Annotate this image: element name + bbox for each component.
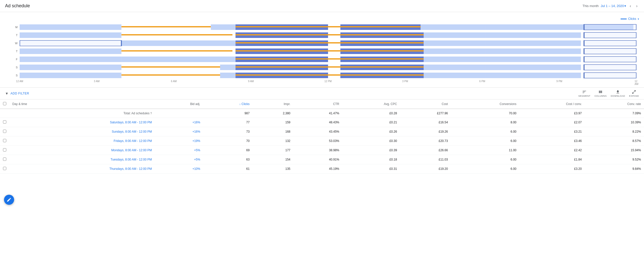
- row-impr: 159: [253, 118, 293, 127]
- row-impr: 177: [253, 146, 293, 155]
- filter-bar: ▼ ADD FILTER SEGMENT COLUMNS DOWNLOAD EX…: [0, 87, 644, 99]
- row-impr: 132: [253, 136, 293, 146]
- download-button[interactable]: DOWNLOAD: [611, 90, 625, 97]
- row-checkbox-col[interactable]: [0, 146, 9, 155]
- row-bid-adj: +5%: [155, 155, 203, 164]
- legend-line-clicks: [621, 19, 627, 19]
- columns-button[interactable]: COLUMNS: [594, 90, 607, 97]
- svg-rect-45: [220, 57, 235, 62]
- expand-icon: [632, 90, 636, 94]
- row-avg-cpc: £0.39: [342, 146, 400, 155]
- row-bars[interactable]: [20, 32, 636, 38]
- row-checkbox-0[interactable]: [3, 120, 6, 124]
- expand-button[interactable]: EXPAND: [629, 90, 639, 97]
- svg-rect-69: [328, 74, 340, 76]
- svg-rect-61: [485, 65, 581, 70]
- chart-legend: Clicks ▾: [5, 17, 639, 21]
- row-conversions: 6.00: [451, 136, 519, 146]
- day-label: S: [13, 74, 18, 77]
- row-bars[interactable]: [20, 72, 636, 78]
- header-day-time: Day & time: [9, 99, 155, 109]
- add-filter-button[interactable]: ADD FILTER: [11, 92, 29, 95]
- header-avg-cpc: Avg. CPC: [342, 99, 400, 109]
- row-checkbox-2[interactable]: [3, 139, 6, 142]
- svg-rect-28: [424, 40, 485, 46]
- row-checkbox-col[interactable]: [0, 136, 9, 146]
- svg-rect-62: [235, 66, 328, 68]
- header-ctr: CTR: [293, 99, 342, 109]
- table-row: Saturdays, 8:00 AM - 12:00 PM +16% 77 15…: [0, 118, 644, 127]
- time-axis: 12 AM3 AM6 AM9 AM12 PM3 PM6 PM9 PM12 AM: [20, 80, 636, 85]
- row-day-time: Saturdays, 8:00 AM - 12:00 PM: [9, 118, 155, 127]
- row-cost: £19.26: [400, 127, 451, 136]
- day-label: T: [13, 34, 18, 37]
- header-bid-adj: Bid adj.: [155, 99, 203, 109]
- svg-rect-65: [20, 73, 122, 78]
- time-label-2: 6 AM: [171, 80, 177, 83]
- svg-rect-47: [328, 58, 340, 60]
- svg-rect-38: [424, 48, 485, 54]
- row-checkbox-1[interactable]: [3, 130, 6, 133]
- table-row: Mondays, 8:00 AM - 12:00 PM +5% 69 177 3…: [0, 146, 644, 155]
- svg-rect-55: [122, 66, 220, 68]
- svg-rect-53: [584, 57, 636, 62]
- row-checkbox-col[interactable]: [0, 155, 9, 164]
- svg-rect-0: [20, 24, 122, 30]
- row-checkbox-3[interactable]: [3, 148, 6, 151]
- row-clicks: 70: [203, 136, 253, 146]
- header-clicks[interactable]: ↓ Clicks: [203, 99, 253, 109]
- row-checkbox-col[interactable]: [0, 127, 9, 136]
- header-right: This month Jul 1 – 14, 2020 ▾ ‹ ›: [583, 3, 639, 9]
- time-axis-container: 12 AM3 AM6 AM9 AM12 PM3 PM6 PM9 PM12 AM: [20, 80, 636, 85]
- svg-rect-42: [584, 48, 636, 54]
- select-all-checkbox[interactable]: [3, 102, 6, 105]
- day-label: W: [13, 42, 18, 45]
- row-bid-adj: +19%: [155, 136, 203, 146]
- row-bars[interactable]: [20, 24, 636, 30]
- row-checkbox-4[interactable]: [3, 158, 6, 161]
- date-range-dropdown[interactable]: Jul 1 – 14, 2020 ▾: [601, 4, 626, 8]
- row-day-time: Tuesdays, 8:00 AM - 12:00 PM: [9, 155, 155, 164]
- svg-rect-22: [20, 40, 122, 46]
- schedule-row-svg: [20, 72, 636, 78]
- svg-rect-58: [328, 66, 340, 68]
- prev-date-button[interactable]: ‹: [628, 3, 632, 9]
- segment-button[interactable]: SEGMENT: [578, 90, 590, 97]
- row-checkbox-col[interactable]: [0, 164, 9, 174]
- row-bars[interactable]: [20, 64, 636, 70]
- row-cost-conv: £2.42: [519, 146, 585, 155]
- row-checkbox-5[interactable]: [3, 167, 6, 170]
- row-clicks: 77: [203, 118, 253, 127]
- svg-rect-67: [220, 73, 235, 78]
- svg-rect-51: [235, 58, 328, 60]
- header-checkbox-col: [0, 99, 9, 109]
- svg-rect-19: [235, 34, 328, 35]
- time-label-8: 12 AM: [635, 80, 638, 85]
- schedule-row-s6: S: [13, 72, 636, 79]
- row-conv-rate: 9.52%: [585, 155, 644, 164]
- row-bars[interactable]: [20, 56, 636, 62]
- schedule-row-m0: M: [13, 24, 636, 31]
- legend-clicks[interactable]: Clicks ▾: [621, 17, 639, 21]
- svg-rect-1: [122, 26, 211, 27]
- schedule-row-t3: T: [13, 48, 636, 55]
- schedule-row-f4: F: [13, 56, 636, 63]
- schedule-row-s5: S: [13, 64, 636, 71]
- row-bars[interactable]: [20, 40, 636, 46]
- total-clicks: 987: [203, 109, 253, 118]
- filter-icon: ▼: [5, 91, 9, 95]
- filter-left: ▼ ADD FILTER: [5, 91, 29, 95]
- time-label-4: 12 PM: [325, 80, 332, 83]
- svg-rect-64: [584, 65, 636, 70]
- table-row: Sundays, 8:00 AM - 12:00 PM +16% 73 168 …: [0, 127, 644, 136]
- svg-rect-43: [20, 57, 122, 62]
- row-bars[interactable]: [20, 48, 636, 54]
- svg-rect-6: [421, 24, 485, 30]
- header-conversions: Conversions: [451, 99, 519, 109]
- schedule-rows: MTWTFSS: [13, 24, 636, 79]
- toolbar-buttons: SEGMENT COLUMNS DOWNLOAD EXPAND: [578, 90, 639, 97]
- next-date-button[interactable]: ›: [635, 3, 639, 9]
- download-icon: [616, 90, 620, 94]
- row-checkbox-col[interactable]: [0, 118, 9, 127]
- total-checkbox-col: [0, 109, 9, 118]
